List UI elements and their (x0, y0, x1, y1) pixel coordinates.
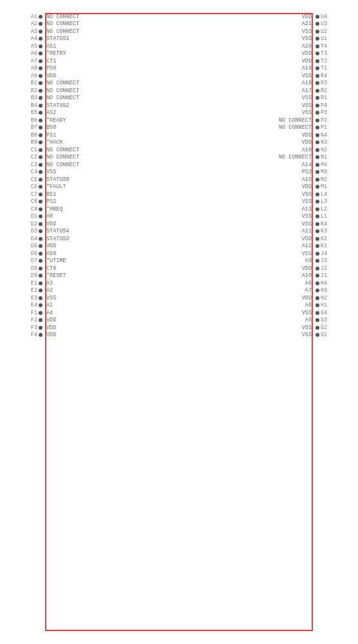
left-pin-e2: E2 (0, 287, 45, 295)
right-signal-p1: NO CONNECT (279, 124, 312, 132)
chip-diagram: A1A2A3A4A5A6A7A8A9B1B2B3B4B5B6B7B8B9C1C2… (0, 0, 358, 644)
left-pin-e3: E3 (0, 294, 45, 302)
pin-dot (316, 289, 319, 292)
pin-dot (39, 22, 42, 26)
left-pin-e4: E4 (0, 302, 45, 310)
pin-dot (39, 326, 42, 330)
pin-dot (39, 318, 42, 322)
pin-dot (316, 318, 319, 322)
right-signal-p4: VSS (279, 102, 312, 109)
left-signal-f1: A4 (46, 309, 79, 317)
right-pin-p4: P4 (313, 102, 358, 109)
pin-dot (39, 140, 42, 144)
left-signal-c9: *HREQ (46, 205, 79, 213)
pin-dot (39, 52, 42, 55)
left-pin-d6: D6 (0, 250, 45, 258)
pin-dot (316, 66, 319, 70)
right-signal-j1: A10 (279, 272, 312, 280)
left-pin-a3: A3 (0, 28, 45, 35)
left-pin-b2: B2 (0, 87, 45, 95)
pin-dot (39, 15, 42, 19)
left-signal-b7: BS0 (46, 124, 79, 132)
pin-dot (39, 104, 42, 108)
right-pin-j3: J3 (313, 258, 358, 265)
pin-dot (316, 96, 319, 100)
right-signal-j2: VDD (279, 265, 312, 272)
right-pin-g4: G4 (313, 309, 358, 317)
right-signal-k2: VDD (279, 235, 312, 243)
pin-dot (316, 207, 319, 211)
left-pin-a1: A1 (0, 13, 45, 21)
left-signal-d2: VDD (46, 220, 79, 228)
left-pin-b4: B4 (0, 102, 45, 109)
left-signal-d4: STATUS3 (46, 235, 79, 243)
right-pin-l3: L3 (313, 198, 358, 206)
pin-dot (316, 74, 319, 78)
right-pin-l1: L1 (313, 213, 358, 221)
pin-dot (39, 193, 42, 196)
right-pin-h2: H2 (313, 294, 358, 302)
right-pin-l2: L2 (313, 205, 358, 213)
right-pin-j1: J1 (313, 272, 358, 280)
left-pin-b3: B3 (0, 95, 45, 102)
pin-dot (316, 163, 319, 167)
left-signal-d8: CT0 (46, 265, 79, 272)
left-signal-a8: PS0 (46, 65, 79, 73)
left-signal-d3: STATUS4 (46, 228, 79, 236)
left-pin-d8: D8 (0, 265, 45, 272)
pin-dot (39, 81, 42, 85)
pin-dot (316, 44, 319, 48)
pin-dot (316, 252, 319, 256)
right-signal-m4: A14 (279, 161, 312, 169)
left-signal-e3: VSS (46, 294, 79, 302)
left-signal-c6: *FAULT (46, 184, 79, 191)
pin-dot (39, 200, 42, 204)
right-signal-h1: A8 (279, 302, 312, 310)
pin-dot (39, 66, 42, 70)
right-pin-k2: K2 (313, 235, 358, 243)
left-signal-b2: NO CONNECT (46, 87, 79, 95)
right-signal-u2: VSS (279, 28, 312, 35)
pin-dot (39, 259, 42, 263)
pin-dot (39, 303, 42, 307)
right-pin-r4: R4 (313, 72, 358, 80)
pin-dot (39, 267, 42, 270)
pin-dot (39, 126, 42, 129)
pin-dot (316, 229, 319, 233)
pin-dot (316, 126, 319, 129)
right-signal-u3: A21 (279, 21, 312, 28)
right-pin-r1: R1 (313, 95, 358, 102)
right-pin-m3: M3 (313, 169, 358, 176)
left-pin-d7: D7 (0, 258, 45, 265)
right-signal-r3: A18 (279, 80, 312, 88)
left-pin-b1: B1 (0, 80, 45, 88)
right-signal-g3: A5 (279, 317, 312, 325)
pin-dot (39, 155, 42, 159)
right-pin-p2: P2 (313, 117, 358, 124)
right-pin-r2: R2 (313, 87, 358, 95)
right-signal-u1: VSS (279, 35, 312, 43)
pin-dot (39, 222, 42, 226)
right-signal-n2: A16 (279, 146, 312, 154)
pin-dot (39, 252, 42, 256)
right-pin-u4: U4 (313, 13, 358, 21)
right-pin-k3: K3 (313, 228, 358, 236)
pin-dot (39, 311, 42, 315)
right-pin-t3: T3 (313, 50, 358, 58)
pin-dot (316, 281, 319, 285)
pin-dot (316, 244, 319, 248)
pin-dot (316, 133, 319, 137)
pin-dot (39, 37, 42, 41)
pin-dot (39, 296, 42, 300)
left-signal-c3: NO CONNECT (46, 161, 79, 169)
pin-dot (39, 163, 42, 167)
left-signal-b6: *READY (46, 117, 79, 124)
pin-dot (316, 118, 319, 122)
left-signal-d7: *UTIME (46, 258, 79, 265)
right-pin-h4: H4 (313, 279, 358, 287)
left-signal-b4: STATUS2 (46, 102, 79, 109)
pin-dot (39, 214, 42, 218)
right-pin-k1: K1 (313, 243, 358, 251)
left-pin-a9: A9 (0, 72, 45, 80)
pin-dot (316, 311, 319, 315)
